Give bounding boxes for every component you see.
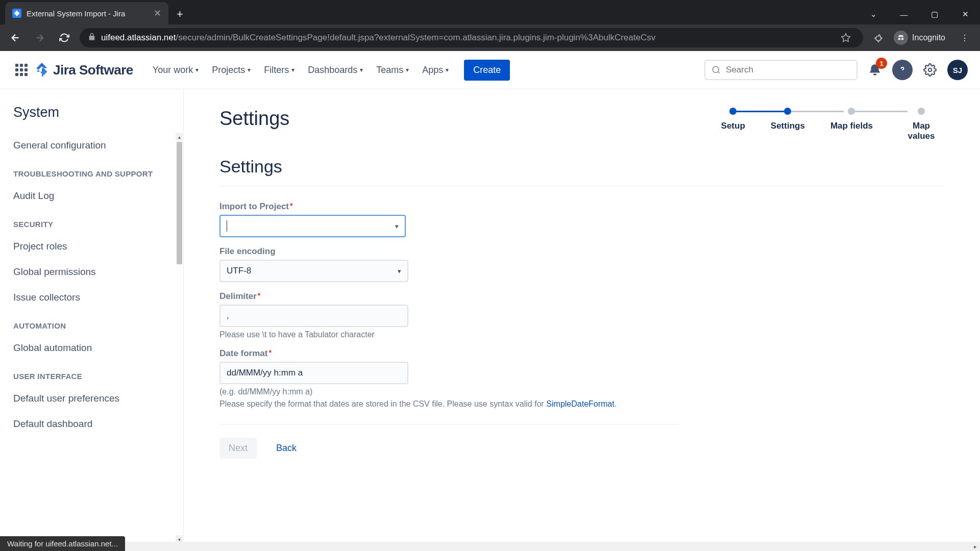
page-title: Settings (219, 108, 289, 130)
incognito-icon (894, 31, 908, 45)
svg-point-0 (898, 38, 901, 40)
sidebar-item-global-automation[interactable]: Global automation (0, 335, 183, 361)
close-tab-icon[interactable]: ✕ (154, 8, 161, 19)
back-button[interactable] (6, 29, 24, 47)
minimize-button[interactable]: — (889, 4, 919, 24)
close-window-button[interactable]: ✕ (950, 4, 980, 24)
wizard-stepper: SetupSettingsMap fieldsMap values (721, 108, 944, 141)
notification-badge: 1 (876, 58, 887, 69)
scroll-thumb[interactable] (177, 142, 182, 264)
jira-favicon (12, 9, 21, 18)
date-format-example: (e.g. dd/MMM/yy h:mm a) (219, 387, 679, 396)
sidebar-item-global-permissions[interactable]: Global permissions (0, 259, 183, 285)
admin-sidebar: System General configurationTROUBLESHOOT… (0, 89, 184, 551)
search-icon (712, 65, 721, 74)
sidebar-item-default-user-preferences[interactable]: Default user preferences (0, 386, 183, 411)
date-format-input-wrapper (219, 362, 408, 384)
date-format-label: Date format* (219, 348, 679, 359)
nav-item-filters[interactable]: Filters▾ (259, 61, 300, 80)
settings-button[interactable] (920, 60, 940, 80)
nav-item-apps[interactable]: Apps▾ (417, 61, 454, 80)
incognito-indicator[interactable]: Incognito (894, 31, 949, 45)
browser-tab[interactable]: External System Import - Jira ✕ (5, 2, 168, 24)
step-label: Setup (721, 121, 745, 131)
jira-logo[interactable]: Jira Software (35, 62, 133, 78)
primary-nav: Your work▾Projects▾Filters▾Dashboards▾Te… (148, 61, 454, 80)
bookmark-icon[interactable] (837, 29, 855, 47)
simpledateformat-link[interactable]: SimpleDateFormat (546, 399, 614, 408)
scroll-up-icon[interactable]: ▴ (176, 133, 183, 141)
step-dot (784, 108, 791, 115)
address-bar[interactable]: uifeed.atlassian.net/secure/admin/BulkCr… (80, 28, 863, 47)
step-dot (918, 108, 925, 115)
sidebar-item-project-roles[interactable]: Project roles (0, 234, 183, 259)
help-button[interactable] (892, 60, 913, 80)
svg-point-2 (713, 66, 719, 72)
sidebar-item-issue-collectors[interactable]: Issue collectors (0, 285, 183, 310)
step-label: Map values (898, 121, 944, 141)
create-button[interactable]: Create (464, 60, 510, 81)
chevron-down-icon: ▾ (395, 222, 399, 230)
chevron-down-icon: ▾ (291, 66, 295, 73)
date-format-help: Please specify the format that dates are… (219, 399, 679, 409)
delimiter-help: Please use \t to have a Tabulator charac… (219, 330, 679, 339)
import-project-label: Import to Project* (219, 202, 679, 212)
next-button[interactable]: Next (219, 438, 257, 459)
horizontal-scrollbar[interactable]: ◂ ▸ (0, 542, 980, 551)
step-label: Map fields (830, 121, 873, 131)
chevron-down-icon: ▾ (360, 66, 363, 73)
back-button[interactable]: Back (267, 438, 306, 459)
import-project-select[interactable]: ▾ (219, 215, 406, 237)
jira-logo-icon (35, 63, 49, 77)
nav-item-projects[interactable]: Projects▾ (207, 61, 256, 80)
date-format-input[interactable] (227, 368, 401, 378)
chevron-down-icon: ▾ (446, 66, 449, 73)
app-switcher-icon[interactable] (12, 61, 31, 79)
sidebar-section: AUTOMATION (0, 310, 183, 335)
window-controls: ⌄ — ▢ ✕ (859, 4, 980, 24)
search-box[interactable] (704, 60, 857, 80)
step-dot (729, 108, 737, 115)
lock-icon (88, 33, 96, 43)
sidebar-item-general-configuration[interactable]: General configuration (0, 133, 183, 158)
file-encoding-label: File encoding (219, 246, 679, 257)
sidebar-scrollbar[interactable]: ▴ ▾ (176, 133, 183, 543)
user-avatar[interactable]: SJ (947, 60, 968, 80)
nav-item-your-work[interactable]: Your work▾ (148, 61, 204, 80)
sidebar-section: SECURITY (0, 209, 183, 234)
chevron-down-icon: ▾ (406, 66, 409, 73)
divider (219, 186, 944, 186)
sidebar-section: TROUBLESHOOTING AND SUPPORT (0, 158, 183, 183)
step-settings: Settings (771, 108, 805, 141)
browser-menu-icon[interactable]: ⋮ (955, 29, 974, 47)
sidebar-item-audit-log[interactable]: Audit Log (0, 183, 183, 209)
chevron-down-icon: ▾ (248, 66, 251, 73)
reload-button[interactable] (55, 29, 74, 47)
delimiter-input-wrapper (219, 305, 408, 327)
extensions-icon[interactable] (869, 29, 888, 47)
incognito-label: Incognito (912, 33, 945, 42)
svg-point-1 (901, 38, 904, 40)
new-tab-button[interactable]: + (168, 4, 191, 24)
chevron-down-icon: ▾ (398, 267, 401, 275)
url-text: uifeed.atlassian.net/secure/admin/BulkCr… (101, 33, 831, 43)
tab-title: External System Import - Jira (27, 9, 149, 18)
tabs-dropdown-icon[interactable]: ⌄ (859, 4, 888, 24)
forward-button[interactable] (31, 29, 49, 47)
nav-item-dashboards[interactable]: Dashboards▾ (303, 61, 368, 80)
nav-item-teams[interactable]: Teams▾ (371, 61, 414, 80)
maximize-button[interactable]: ▢ (920, 4, 949, 24)
file-encoding-value: UTF-8 (227, 266, 251, 276)
notifications-button[interactable]: 1 (865, 60, 885, 80)
svg-point-3 (928, 68, 932, 72)
jira-header: Jira Software Your work▾Projects▾Filters… (0, 51, 980, 89)
delimiter-input[interactable] (227, 311, 401, 321)
sidebar-section: USER INTERFACE (0, 361, 183, 386)
section-title: Settings (219, 157, 944, 177)
file-encoding-select[interactable]: UTF-8 ▾ (219, 260, 408, 282)
search-input[interactable] (726, 65, 850, 75)
delimiter-label: Delimiter* (219, 291, 679, 302)
scroll-right-icon[interactable]: ▸ (971, 542, 980, 551)
sidebar-item-default-dashboard[interactable]: Default dashboard (0, 411, 183, 437)
step-label: Settings (771, 121, 805, 131)
